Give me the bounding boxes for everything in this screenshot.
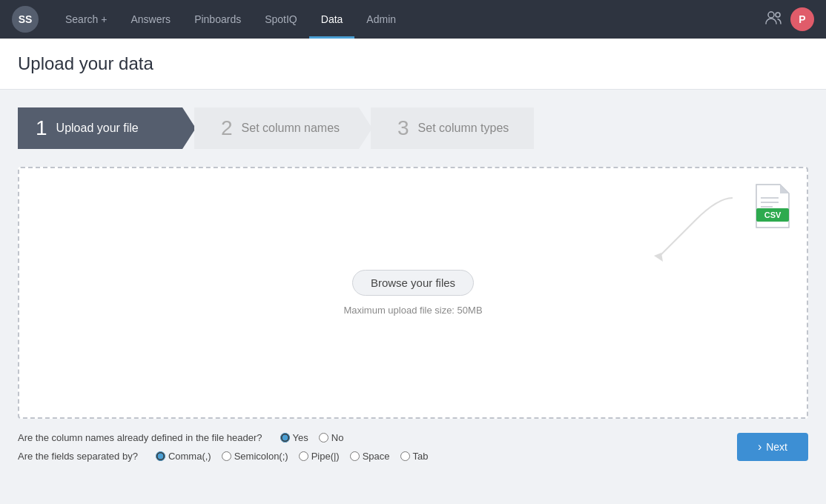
col-names-yes[interactable]: Yes: [280, 432, 308, 443]
next-arrow-icon: ›: [758, 440, 761, 454]
nav-pinboards[interactable]: Pinboards: [182, 0, 253, 39]
stepper: 1 Upload your file 2 Set column names 3 …: [18, 107, 808, 149]
step-1-label: Upload your file: [56, 122, 139, 135]
col-names-option: Are the column names already defined in …: [18, 432, 737, 443]
svg-text:CSV: CSV: [764, 210, 782, 219]
col-names-yes-label: Yes: [293, 432, 308, 443]
step-2-number: 2: [221, 116, 233, 140]
col-names-radio-group: Yes No: [280, 432, 344, 443]
sep-semicolon-label: Semicolon(;): [234, 451, 288, 462]
separator-option: Are the fields separated by? Comma(,) Se…: [18, 451, 737, 462]
svg-marker-7: [654, 253, 663, 262]
step-3-label: Set column types: [418, 122, 509, 135]
step-3: 3 Set column types: [371, 107, 534, 149]
sep-semicolon-radio[interactable]: [222, 451, 231, 461]
step-3-number: 3: [397, 116, 409, 140]
nav-right: P: [765, 7, 814, 31]
next-label: Next: [766, 441, 787, 453]
options-row: Are the column names already defined in …: [18, 432, 737, 462]
col-names-question: Are the column names already defined in …: [18, 432, 262, 443]
browse-files-button[interactable]: Browse your files: [352, 270, 474, 296]
main-content: 1 Upload your file 2 Set column names 3 …: [0, 90, 826, 480]
col-names-no-label: No: [331, 432, 344, 443]
sep-comma-label: Comma(,): [168, 451, 211, 462]
step-2: 2 Set column names: [194, 107, 372, 149]
step-2-label: Set column names: [242, 122, 340, 135]
sep-pipe[interactable]: Pipe(|): [299, 451, 340, 462]
sep-space-label: Space: [363, 451, 390, 462]
sep-pipe-radio[interactable]: [299, 451, 308, 461]
users-icon[interactable]: [765, 11, 782, 28]
page-header: Upload your data: [0, 39, 826, 90]
step-1: 1 Upload your file: [18, 107, 196, 149]
col-names-no-radio[interactable]: [319, 433, 328, 442]
sep-comma[interactable]: Comma(,): [156, 451, 211, 462]
upload-content: Browse your files Maximum upload file si…: [343, 270, 482, 316]
curved-arrow: [629, 190, 747, 265]
nav-answers[interactable]: Answers: [119, 0, 182, 39]
upload-hint: Maximum upload file size: 50MB: [343, 305, 482, 316]
csv-icon: CSV: [753, 183, 792, 232]
app-logo[interactable]: SS: [12, 6, 39, 33]
page-title: Upload your data: [18, 53, 808, 74]
separator-radio-group: Comma(,) Semicolon(;) Pipe(|) Space: [156, 451, 429, 462]
svg-point-1: [776, 13, 780, 17]
step-1-number: 1: [36, 116, 47, 140]
sep-pipe-label: Pipe(|): [311, 451, 340, 462]
sep-space-radio[interactable]: [350, 451, 360, 461]
navbar: SS Search + Answers Pinboards SpotIQ Dat…: [0, 0, 826, 39]
sep-semicolon[interactable]: Semicolon(;): [222, 451, 288, 462]
upload-area[interactable]: CSV Browse your files Maximum upload fil…: [18, 167, 808, 419]
nav-admin[interactable]: Admin: [354, 0, 408, 39]
nav-data[interactable]: Data: [309, 0, 355, 39]
sep-space[interactable]: Space: [350, 451, 390, 462]
sep-comma-radio[interactable]: [156, 451, 165, 461]
bottom-options: Are the column names already defined in …: [18, 419, 808, 462]
col-names-yes-radio[interactable]: [280, 433, 290, 442]
separator-question: Are the fields separated by?: [18, 451, 138, 462]
next-button[interactable]: › Next: [737, 433, 808, 461]
nav-items: Search + Answers Pinboards SpotIQ Data A…: [53, 0, 765, 39]
sep-tab-label: Tab: [413, 451, 429, 462]
svg-point-0: [768, 12, 774, 18]
nav-search[interactable]: Search +: [53, 0, 119, 39]
sep-tab[interactable]: Tab: [400, 451, 429, 462]
nav-spotiq[interactable]: SpotIQ: [253, 0, 309, 39]
sep-tab-radio[interactable]: [400, 451, 410, 461]
col-names-no[interactable]: No: [319, 432, 344, 443]
user-avatar[interactable]: P: [790, 7, 814, 31]
